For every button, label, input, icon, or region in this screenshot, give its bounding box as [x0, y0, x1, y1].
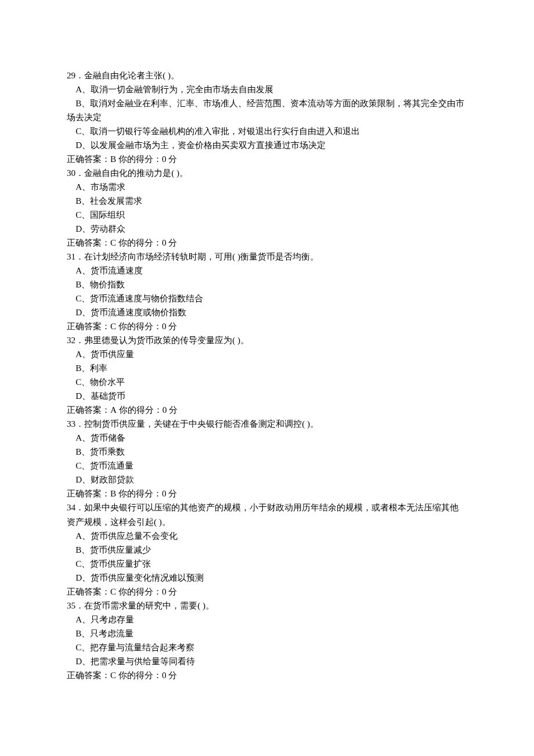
score-suffix: 分	[167, 154, 178, 164]
question-option: C、货币流通量	[67, 459, 467, 473]
answer-label: 正确答案：	[67, 237, 110, 247]
score-value: 0	[162, 321, 167, 331]
question-number: 31	[67, 251, 75, 261]
answer-line: 正确答案：C 你的得分：0 分	[67, 585, 467, 599]
question-stem: 32．弗里德曼认为货币政策的传导变量应为( )。	[67, 333, 467, 347]
question: 33．控制货币供应量，关键在于中央银行能否准备测定和调控( )。A、货币储备B、…	[67, 417, 467, 501]
question-option: D、财政部贷款	[67, 473, 467, 487]
answer-line: 正确答案：C 你的得分：0 分	[67, 319, 467, 333]
question-number: 30	[67, 168, 75, 178]
question-option: A、市场需求	[67, 180, 467, 194]
score-label: 你的得分：	[117, 405, 163, 415]
answer-value: C	[110, 670, 116, 680]
question-option: D、货币供应量变化情况难以预测	[67, 571, 467, 585]
score-label: 你的得分：	[116, 154, 162, 164]
answer-line: 正确答案：A 你的得分：0 分	[67, 403, 467, 417]
question-stem: 30．金融自由化的推动力是( )。	[67, 166, 467, 180]
question-stem: 34．如果中央银行可以压缩的其他资产的规模，小于财政动用历年结余的规模，或者根本…	[67, 501, 467, 528]
answer-line: 正确答案：C 你的得分：0 分	[67, 236, 467, 250]
question-option: A、货币供应总量不会变化	[67, 529, 467, 543]
question: 29．金融自由化论者主张( )。A、取消一切金融管制行为，完全由市场去自由发展B…	[67, 69, 467, 166]
answer-value: C	[110, 586, 116, 596]
score-suffix: 分	[167, 237, 178, 247]
question-option: B、利率	[67, 361, 467, 375]
question-number: 33	[67, 419, 75, 429]
answer-value: B	[110, 488, 116, 498]
answer-label: 正确答案：	[67, 586, 110, 596]
answer-value: B	[110, 154, 116, 164]
question-option: B、只考虑流量	[67, 627, 467, 640]
score-label: 你的得分：	[116, 586, 162, 596]
question-number: 35	[67, 600, 75, 610]
question-option: C、货币流通速度与物价指数结合	[67, 291, 467, 305]
question-stem: 35．在货币需求量的研究中，需要( )。	[67, 599, 467, 613]
score-value: 0	[162, 670, 167, 680]
question-option: B、物价指数	[67, 278, 467, 291]
answer-line: 正确答案：B 你的得分：0 分	[67, 487, 467, 501]
question-option: D、货币流通速度或物价指数	[67, 305, 467, 319]
question-option: B、社会发展需求	[67, 194, 467, 208]
score-label: 你的得分：	[116, 488, 162, 498]
score-label: 你的得分：	[116, 237, 162, 247]
question-option: A、货币供应量	[67, 347, 467, 361]
score-label: 你的得分：	[116, 321, 162, 331]
score-value: 0	[162, 237, 167, 247]
question-number: 32	[67, 335, 75, 345]
question-list: 29．金融自由化论者主张( )。A、取消一切金融管制行为，完全由市场去自由发展B…	[67, 69, 467, 682]
score-value: 0	[162, 586, 167, 596]
question-stem: 29．金融自由化论者主张( )。	[67, 69, 467, 82]
question-stem: 33．控制货币供应量，关键在于中央银行能否准备测定和调控( )。	[67, 417, 467, 431]
question: 31．在计划经济向市场经济转轨时期，可用( )衡量货币是否均衡。A、货币流通速度…	[67, 250, 467, 333]
answer-label: 正确答案：	[67, 321, 110, 331]
answer-label: 正确答案：	[67, 488, 110, 498]
score-suffix: 分	[167, 321, 178, 331]
score-label: 你的得分：	[116, 670, 162, 680]
score-suffix: 分	[167, 488, 178, 498]
answer-label: 正确答案：	[67, 154, 110, 164]
question: 35．在货币需求量的研究中，需要( )。A、只考虑存量B、只考虑流量C、把存量与…	[67, 599, 467, 682]
answer-label: 正确答案：	[67, 405, 110, 415]
question-option: A、货币流通速度	[67, 264, 467, 278]
question-option: C、国际组织	[67, 208, 467, 222]
score-suffix: 分	[167, 405, 178, 415]
question: 32．弗里德曼认为货币政策的传导变量应为( )。A、货币供应量B、利率C、物价水…	[67, 333, 467, 417]
question-option: D、基础货币	[67, 389, 467, 403]
score-suffix: 分	[167, 670, 178, 680]
answer-value: C	[110, 237, 116, 247]
question-option: D、劳动群众	[67, 222, 467, 236]
answer-value: A	[110, 405, 117, 415]
question-option: B、货币乘数	[67, 445, 467, 459]
question-option: D、把需求量与供给量等同看待	[67, 654, 467, 668]
answer-label: 正确答案：	[67, 670, 110, 680]
score-value: 0	[162, 488, 167, 498]
question-option: C、把存量与流量结合起来考察	[67, 640, 467, 654]
question: 30．金融自由化的推动力是( )。A、市场需求B、社会发展需求C、国际组织D、劳…	[67, 166, 467, 250]
question-number: 34	[67, 502, 75, 512]
question-option: C、取消一切银行等金融机构的准入审批，对银退出行实行自由进入和退出	[67, 124, 467, 138]
question-option: B、货币供应量减少	[67, 543, 467, 557]
score-suffix: 分	[167, 586, 178, 596]
answer-line: 正确答案：B 你的得分：0 分	[67, 152, 467, 166]
answer-value: C	[110, 321, 116, 331]
question-option: D、以发展金融市场为主，资金价格由买卖双方直接通过市场决定	[67, 138, 467, 152]
question-option: A、只考虑存量	[67, 613, 467, 627]
question-stem: 31．在计划经济向市场经济转轨时期，可用( )衡量货币是否均衡。	[67, 250, 467, 264]
question-option: A、取消一切金融管制行为，完全由市场去自由发展	[67, 82, 467, 96]
question-option: C、物价水平	[67, 375, 467, 389]
question-option: C、货币供应量扩张	[67, 557, 467, 571]
score-value: 0	[162, 154, 167, 164]
question: 34．如果中央银行可以压缩的其他资产的规模，小于财政动用历年结余的规模，或者根本…	[67, 501, 467, 598]
question-option: A、货币储备	[67, 431, 467, 445]
answer-line: 正确答案：C 你的得分：0 分	[67, 668, 467, 682]
question-number: 29	[67, 70, 75, 80]
question-option: B、取消对金融业在利率、汇率、市场准人、经营范围、资本流动等方面的政策限制，将其…	[67, 96, 467, 124]
